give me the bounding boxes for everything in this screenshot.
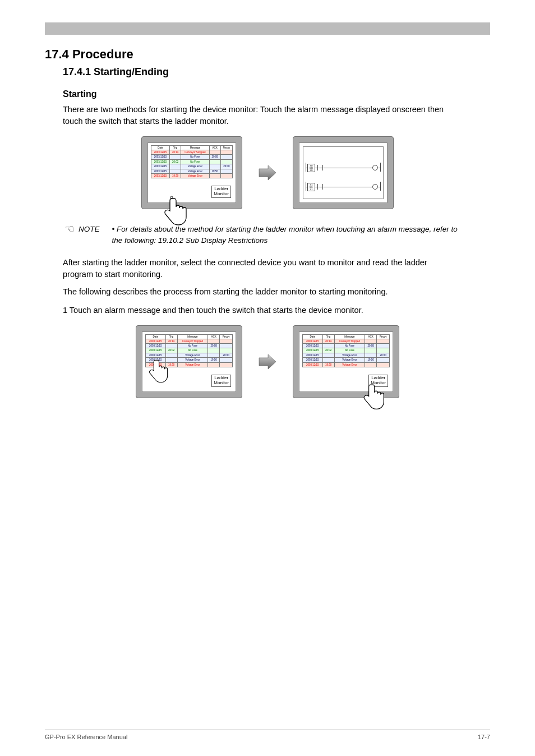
header-bar bbox=[45, 22, 490, 35]
page-footer: GP-Pro EX Reference Manual 17-7 bbox=[45, 730, 490, 740]
table-header-row: Date Trig Message ACK Recov bbox=[151, 146, 233, 150]
footer-right: 17-7 bbox=[478, 734, 490, 740]
device-right-1: X0M0Y0 X1M1Y1 bbox=[293, 136, 394, 209]
alarm-table-2b: Date Trig Message ACK Recov 2003/12/1520… bbox=[302, 334, 390, 367]
step-1: 1 Touch an alarm message and then touch … bbox=[63, 305, 455, 316]
table-row: 2003/12/1519:30Voltage Error bbox=[151, 173, 233, 178]
table-row: 2003/12/15Voltage Error19:50 bbox=[151, 169, 233, 173]
ladder-monitor-button[interactable]: Ladder Monitor bbox=[211, 186, 231, 198]
figure-row-1: Date Trig Message ACK Recov 2003/12/1520… bbox=[45, 136, 490, 209]
table-row: 2003/12/15No Fuse20:08 bbox=[151, 155, 233, 159]
section-heading: 17.4 Procedure bbox=[45, 47, 490, 62]
figure-row-2: Date Trig Message ACK Recov 2003/12/1520… bbox=[45, 325, 490, 398]
svg-marker-1 bbox=[259, 165, 276, 180]
paragraph-1: There are two methods for starting the d… bbox=[63, 104, 455, 127]
table-row: 2003/12/15No Fuse20:08 bbox=[303, 343, 390, 348]
table-row: 2003/12/1520:02No Fuse bbox=[151, 159, 233, 164]
document-page: 17.4 Procedure 17.4.1 Starting/Ending St… bbox=[0, 0, 535, 756]
note-label: NOTE bbox=[79, 224, 100, 235]
table-row: 2003/12/15No Fuse20:08 bbox=[146, 343, 233, 348]
table-row: 2003/12/15Voltage Error19:50 bbox=[303, 358, 390, 362]
touch-hand-icon bbox=[146, 357, 169, 389]
alarm-table-1: Date Trig Message ACK Recov 2003/12/1520… bbox=[151, 145, 233, 178]
starting-label: Starting bbox=[63, 89, 490, 99]
table-row: 2003/12/1520:02No Fuse bbox=[146, 348, 233, 353]
table-row: 2003/12/15Voltage Error20:00 bbox=[151, 164, 233, 169]
table-row: 2003/12/15Voltage Error20:00 bbox=[303, 353, 390, 357]
table-row: 2003/12/1520:14Conveyor Stopped bbox=[146, 339, 233, 343]
table-row: 2003/12/1520:02No Fuse bbox=[303, 348, 390, 353]
device-left-1: Date Trig Message ACK Recov 2003/12/1520… bbox=[141, 136, 242, 209]
pointing-hand-icon: ☞ bbox=[66, 224, 75, 234]
footer-left: GP-Pro EX Reference Manual bbox=[45, 734, 127, 740]
paragraph-3: The following describes the process from… bbox=[63, 286, 455, 298]
svg-marker-2 bbox=[259, 354, 276, 369]
ladder-monitor-button[interactable]: Ladder Monitor bbox=[211, 375, 231, 387]
table-header-row: Date Trig Message ACK Recov bbox=[303, 334, 390, 339]
note-row: ☞ NOTE • For details about the method fo… bbox=[66, 224, 459, 247]
device-left-2: Date Trig Message ACK Recov 2003/12/1520… bbox=[136, 325, 242, 398]
table-row: 2003/12/1519:30Voltage Error bbox=[303, 362, 390, 367]
section-subheading: 17.4.1 Starting/Ending bbox=[63, 66, 490, 78]
device-right-2: Date Trig Message ACK Recov 2003/12/1520… bbox=[293, 325, 399, 398]
arrow-right-icon bbox=[258, 163, 277, 182]
touch-hand-icon bbox=[360, 381, 386, 416]
touch-hand-icon bbox=[160, 195, 188, 232]
table-header-row: Date Trig Message ACK Recov bbox=[146, 334, 233, 339]
table-row: 2003/12/1520:14Conveyor Stopped bbox=[151, 150, 233, 155]
paragraph-2: After starting the ladder monitor, selec… bbox=[63, 257, 455, 280]
ladder-program-view: X0M0Y0 X1M1Y1 bbox=[303, 146, 384, 199]
arrow-right-icon bbox=[258, 352, 277, 371]
table-row: 2003/12/1520:14Conveyor Stopped bbox=[303, 339, 390, 343]
